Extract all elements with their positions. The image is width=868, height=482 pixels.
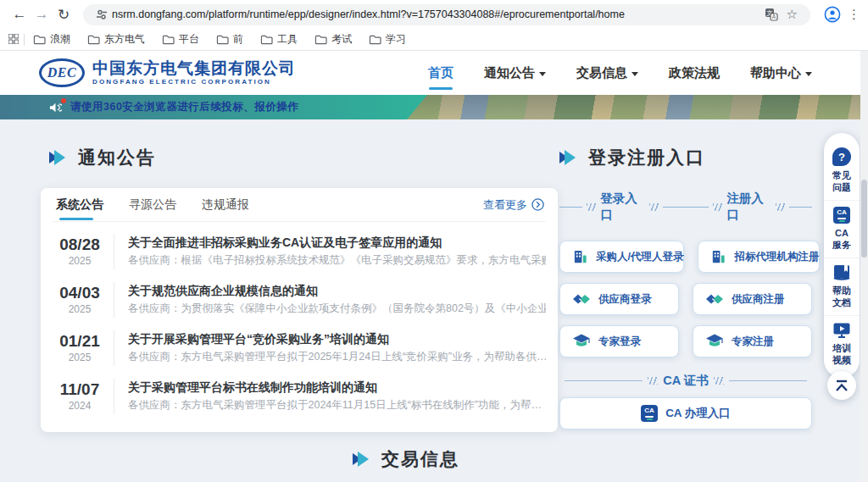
divider xyxy=(114,330,114,366)
address-bar[interactable]: nsrm.dongfang.com/platform/runtime/epp/d… xyxy=(83,4,810,25)
bookmarks-divider xyxy=(24,34,25,46)
ca-apply-button[interactable]: CA CA 办理入口 xyxy=(559,397,812,429)
url-text: nsrm.dongfang.com/platform/runtime/epp/d… xyxy=(112,8,760,20)
building-icon xyxy=(572,249,588,265)
section-arrow-icon xyxy=(559,150,576,165)
ca-service-item[interactable]: CA CA服务 xyxy=(824,200,860,258)
notice-title: 关于采购管理平台标书在线制作功能培训的通知 xyxy=(128,379,546,396)
back-to-top-button[interactable] xyxy=(827,371,856,400)
login-section-title: 登录注册入口 xyxy=(559,146,812,169)
handshake-icon xyxy=(705,292,724,306)
section-arrow-icon xyxy=(353,452,370,467)
profile-avatar[interactable] xyxy=(824,6,841,23)
supplier-login-button[interactable]: 供应商登录 xyxy=(559,283,679,315)
faq-item[interactable]: ? 常见问题 xyxy=(824,141,860,200)
nav-item-help-center[interactable]: 帮助中心 xyxy=(750,60,812,86)
divider xyxy=(114,282,114,318)
notice-date: 04/03 xyxy=(53,284,107,302)
chevron-down-icon xyxy=(805,72,812,76)
forward-button[interactable]: → xyxy=(31,6,53,23)
view-more-link[interactable]: 查看更多 xyxy=(483,197,544,213)
bookmark-label: 前 xyxy=(233,32,243,47)
page-scrollbar[interactable] xyxy=(860,51,868,482)
notice-desc: 各供应商：东方电气采购管理平台拟于2024年11月15日上线“标书在线制作”功能… xyxy=(128,396,546,413)
expert-login-button[interactable]: 专家登录 xyxy=(559,325,679,357)
browser-toolbar: ← → ↻ nsrm.dongfang.com/platform/runtime… xyxy=(0,0,868,29)
bookmark-folder-dongfang[interactable]: 东方电气 xyxy=(87,32,145,47)
nav-item-notices[interactable]: 通知公告 xyxy=(484,60,546,86)
nav-item-home[interactable]: 首页 xyxy=(428,60,453,86)
menu-kebab-icon[interactable]: ⋮ xyxy=(848,7,860,22)
notice-desc: 各供应商：东方电气采购管理平台拟于2025年1月24日上线“竞价采购”业务，为帮… xyxy=(128,348,546,365)
bookmark-folder-study[interactable]: 学习 xyxy=(369,32,406,47)
company-name-en: DONGFANG ELECTRIC CORPORATION xyxy=(92,78,296,86)
company-name-cn: 中国东方电气集团有限公司 xyxy=(92,59,296,78)
trade-section-title: 交易信息 xyxy=(0,447,812,471)
notices-card: 系统公告 寻源公告 违规通报 查看更多 08/282025 关于全面推进非招标采… xyxy=(41,188,558,432)
bookmark-folder-platform[interactable]: 平台 xyxy=(162,32,199,47)
notices-section-title: 通知公告 xyxy=(49,146,156,169)
bookmark-folder-tools[interactable]: 工具 xyxy=(260,32,298,47)
ca-badge-icon: CA xyxy=(833,207,850,224)
chevron-right-circle-icon xyxy=(531,198,544,211)
notice-title: 关于规范供应商企业规模信息的通知 xyxy=(128,282,546,300)
bookmark-folder-langchao[interactable]: 浪潮 xyxy=(33,32,70,47)
ca-badge-icon: CA xyxy=(641,405,658,422)
notice-item[interactable]: 11/072024 关于采购管理平台标书在线制作功能培训的通知各供应商：东方电气… xyxy=(53,372,546,420)
banner-photo-strip: 请使用360安全浏览器进行后续投标、报价操作 xyxy=(0,95,868,119)
graduation-cap-icon xyxy=(572,334,591,349)
site-header: DEC 中国东方电气集团有限公司 DONGFANG ELECTRIC CORPO… xyxy=(0,51,868,95)
bookmark-star-icon[interactable]: ☆ xyxy=(787,7,798,22)
notice-date: 01/21 xyxy=(53,332,107,351)
notice-item[interactable]: 08/282025 关于全面推进非招标采购业务CA认证及电子签章应用的通知各供应… xyxy=(53,227,546,275)
divider xyxy=(114,379,114,414)
nav-item-policies[interactable]: 政策法规 xyxy=(669,60,720,86)
notice-item[interactable]: 01/212025 关于开展采购管理平台“竞价采购业务”培训的通知各供应商：东方… xyxy=(53,324,546,372)
nav-item-trade-info[interactable]: 交易信息 xyxy=(576,60,638,86)
tab-violation-reports[interactable]: 违规通报 xyxy=(200,188,251,222)
svg-text:A: A xyxy=(771,14,776,19)
purchaser-agent-login-button[interactable]: 采购人/代理人登录 xyxy=(559,241,684,273)
login-register-panel: 登录注册入口 登录入口 注册入口 采购人/代理人登录 招标代理机构注册 供应商 xyxy=(559,146,812,429)
ca-cert-header: CA 证书 xyxy=(559,373,812,389)
divider xyxy=(114,234,114,269)
graduation-cap-icon xyxy=(705,334,724,349)
tab-sourcing-notices[interactable]: 寻源公告 xyxy=(127,188,178,222)
handshake-icon xyxy=(572,292,591,306)
company-logo[interactable]: DEC 中国东方电气集团有限公司 DONGFANG ELECTRIC CORPO… xyxy=(39,58,296,87)
expert-register-button[interactable]: 专家注册 xyxy=(693,325,812,357)
notice-date: 11/07 xyxy=(53,380,107,399)
video-icon xyxy=(832,322,851,339)
register-entry-header: 注册入口 xyxy=(686,191,812,223)
notice-year: 2025 xyxy=(53,254,107,268)
scrollbar-thumb[interactable] xyxy=(861,180,867,258)
reload-button[interactable]: ↻ xyxy=(53,6,75,24)
supplier-register-button[interactable]: 供应商注册 xyxy=(693,283,812,315)
question-icon: ? xyxy=(832,147,851,166)
building-icon xyxy=(710,249,726,265)
section-arrow-icon xyxy=(49,150,66,165)
back-button[interactable]: ← xyxy=(8,6,31,23)
dec-logo-oval: DEC xyxy=(39,58,85,87)
bookmark-label: 学习 xyxy=(386,32,406,47)
bookmarks-bar: 浪潮 东方电气 平台 前 工具 考试 学习 xyxy=(0,29,868,51)
bookmark-label: 考试 xyxy=(331,32,352,47)
notice-year: 2025 xyxy=(53,302,107,316)
apps-grid-icon[interactable] xyxy=(8,32,19,47)
training-videos-item[interactable]: 培训视频 xyxy=(824,315,860,373)
site-info-icon[interactable] xyxy=(96,8,108,20)
notice-date: 08/28 xyxy=(53,235,107,254)
bookmark-folder-front[interactable]: 前 xyxy=(216,32,243,47)
book-icon xyxy=(832,264,851,281)
bidding-agency-register-button[interactable]: 招标代理机构注册 xyxy=(698,241,820,273)
tab-system-notices[interactable]: 系统公告 xyxy=(54,188,105,222)
notification-dot xyxy=(61,98,66,103)
bookmark-folder-exam[interactable]: 考试 xyxy=(314,32,352,47)
translate-icon[interactable]: 文A xyxy=(765,8,778,21)
collapse-top-icon xyxy=(834,380,849,392)
help-docs-item[interactable]: 帮助文档 xyxy=(824,258,860,315)
notice-item[interactable]: 04/032025 关于规范供应商企业规模信息的通知各供应商：为贯彻落实《保障中… xyxy=(53,275,546,324)
notice-title: 关于开展采购管理平台“竞价采购业务”培训的通知 xyxy=(128,330,546,348)
notice-desc: 各供应商：根据《电子招标投标系统技术规范》《电子采购交易规范》要求，东方电气采购… xyxy=(128,252,546,269)
notice-ribbon: 请使用360安全浏览器进行后续投标、报价操作 xyxy=(0,95,427,119)
